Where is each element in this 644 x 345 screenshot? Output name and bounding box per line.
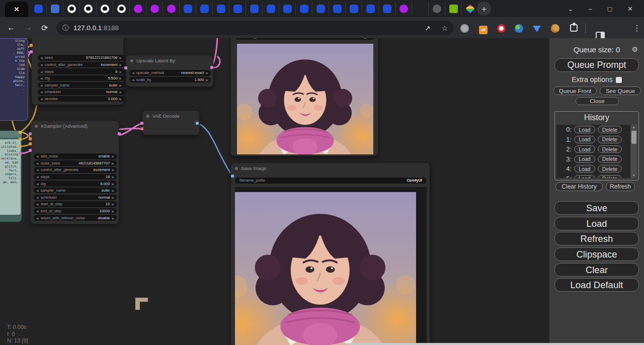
node-widget[interactable]: ◀ cfg 5.500 ▶ xyxy=(38,75,124,81)
collapse-dot-icon[interactable] xyxy=(235,167,238,170)
increment-arrow-icon[interactable]: ▶ xyxy=(112,175,114,179)
decrement-arrow-icon[interactable]: ◀ xyxy=(36,154,39,158)
reload-icon[interactable]: ⟳ xyxy=(41,23,48,33)
share-icon[interactable]: ↗ xyxy=(425,24,431,32)
increment-arrow-icon[interactable]: ▶ xyxy=(206,78,208,81)
history-refresh-button[interactable]: Refresh xyxy=(606,182,635,191)
scroll-thumb[interactable] xyxy=(631,131,636,144)
history-load-button[interactable]: Load xyxy=(574,145,595,153)
node-widget[interactable]: ◀ steps 16 ▶ xyxy=(34,174,117,180)
increment-arrow-icon[interactable]: ▶ xyxy=(112,182,114,186)
output-slot[interactable] xyxy=(196,122,199,125)
browser-tab[interactable] xyxy=(47,2,63,15)
site-info-icon[interactable]: ⓘ xyxy=(62,24,69,33)
tab-search-chevron-icon[interactable]: ⌄ xyxy=(568,5,574,13)
node-widget[interactable]: ◀ control_after_generate increment ▶ xyxy=(38,62,124,68)
browser-tab[interactable] xyxy=(429,2,445,15)
node-widget[interactable]: filename_prefix ComfyUI xyxy=(235,38,375,40)
increment-arrow-icon[interactable]: ▶ xyxy=(119,97,122,101)
ksampler-advanced-node[interactable]: KSampler (Advanced) ◀ add_noise enable ▶… xyxy=(30,120,119,224)
decrement-arrow-icon[interactable]: ◀ xyxy=(36,161,39,165)
increment-arrow-icon[interactable]: ▶ xyxy=(112,196,114,199)
decrement-arrow-icon[interactable]: ◀ xyxy=(40,56,43,59)
browser-tab[interactable] xyxy=(445,2,462,15)
input-slot[interactable] xyxy=(124,66,127,69)
decrement-arrow-icon[interactable]: ◀ xyxy=(40,97,43,101)
increment-arrow-icon[interactable]: ▶ xyxy=(119,63,122,66)
browser-tab[interactable] xyxy=(30,2,47,15)
history-delete-button[interactable]: Delete xyxy=(598,136,622,143)
browser-tab[interactable] xyxy=(229,2,246,15)
node-widget[interactable]: ◀ scheduler normal ▶ xyxy=(34,195,117,201)
node-widget[interactable]: ◀ upscale_method nearest-exact ▶ xyxy=(129,70,211,76)
increment-arrow-icon[interactable]: ▶ xyxy=(112,202,114,206)
maximize-icon[interactable]: ▢ xyxy=(607,6,612,12)
extension-cookie-icon[interactable] xyxy=(551,24,559,33)
increment-arrow-icon[interactable]: ▶ xyxy=(119,56,122,59)
address-bar[interactable]: ⓘ 127.0.0.1:8188 ↗ ☆ xyxy=(56,21,454,35)
extension-opera-icon[interactable] xyxy=(497,24,506,33)
node-widget[interactable]: ◀ end_at_step 10000 ▶ xyxy=(34,208,117,214)
output-slot[interactable] xyxy=(19,138,22,141)
output-slot[interactable] xyxy=(118,132,121,135)
node-widget[interactable]: ◀ sampler_name euler ▶ xyxy=(34,188,117,194)
browser-tab[interactable] xyxy=(130,2,146,15)
negative-prompt-node[interactable]: e(0.5],utilated,liebs,, missing, necklac… xyxy=(0,130,22,222)
extra-options-checkbox[interactable] xyxy=(616,77,622,83)
browser-tab[interactable] xyxy=(395,2,412,15)
close-icon[interactable]: ✕ xyxy=(627,5,633,13)
queue-prompt-button[interactable]: Queue Prompt xyxy=(554,58,639,72)
browser-tab[interactable] xyxy=(180,2,196,15)
decrement-arrow-icon[interactable]: ◀ xyxy=(40,90,43,94)
increment-arrow-icon[interactable]: ▶ xyxy=(112,154,114,158)
decrement-arrow-icon[interactable]: ◀ xyxy=(36,202,39,206)
increment-arrow-icon[interactable]: ▶ xyxy=(112,189,114,192)
increment-arrow-icon[interactable]: ▶ xyxy=(119,83,122,87)
input-slot[interactable] xyxy=(29,142,32,145)
tab-close-icon[interactable]: ✕ xyxy=(14,6,20,13)
node-widget[interactable]: ◀ return_with_leftover_noise disable ▶ xyxy=(34,215,117,221)
node-widget[interactable]: ◀ cfg 8.000 ▶ xyxy=(34,181,117,187)
input-slot[interactable] xyxy=(231,175,234,178)
new-tab-button[interactable]: ＋ xyxy=(477,2,491,16)
menu-action-button[interactable]: Save xyxy=(554,201,639,215)
upscale-latent-node[interactable]: Upscale Latent By ◀ upscale_method neare… xyxy=(126,55,213,87)
browser-tab[interactable] xyxy=(80,2,97,15)
node-widget[interactable]: ◀ control_after_generate increment ▶ xyxy=(34,167,117,173)
history-delete-button[interactable]: Delete xyxy=(598,155,622,163)
node-widget[interactable]: ◀ add_noise enable ▶ xyxy=(34,153,117,159)
back-icon[interactable]: ← xyxy=(7,23,15,32)
menu-action-button[interactable]: Clear xyxy=(554,263,639,277)
output-slot[interactable] xyxy=(19,145,22,148)
increment-arrow-icon[interactable]: ▶ xyxy=(112,161,114,165)
collapse-dot-icon[interactable] xyxy=(146,115,149,118)
browser-tab[interactable] xyxy=(163,2,180,15)
decrement-arrow-icon[interactable]: ◀ xyxy=(40,76,43,80)
browser-tab[interactable] xyxy=(196,2,213,15)
forward-icon[interactable]: → xyxy=(24,23,32,32)
browser-tab[interactable] xyxy=(279,2,296,15)
save-image-node-top[interactable]: filename_prefix ComfyUI xyxy=(230,38,378,156)
decrement-arrow-icon[interactable]: ◀ xyxy=(36,216,39,220)
increment-arrow-icon[interactable]: ▶ xyxy=(119,70,122,73)
minimize-icon[interactable]: – xyxy=(588,5,592,13)
queue-front-button[interactable]: Queue Front xyxy=(553,87,597,95)
node-widget[interactable]: ◀ seed 578122121881706 ▶ xyxy=(38,55,124,61)
extensions-puzzle-icon[interactable] xyxy=(570,24,578,32)
node-graph-canvas[interactable]: ilingile,soft, RAW,urredh theledsideileh… xyxy=(0,38,549,345)
settings-gear-icon[interactable]: ⚙ xyxy=(631,45,638,53)
scroll-up-icon[interactable]: ▲ xyxy=(630,125,637,130)
node-widget[interactable]: ◀ sampler_name euler ▶ xyxy=(38,82,124,88)
browser-tab[interactable] xyxy=(213,2,229,15)
browser-tab[interactable] xyxy=(312,2,329,15)
clear-history-button[interactable]: Clear History xyxy=(555,182,603,191)
increment-arrow-icon[interactable]: ▶ xyxy=(112,216,114,220)
decrement-arrow-icon[interactable]: ◀ xyxy=(132,78,134,81)
input-slot[interactable] xyxy=(29,137,32,140)
browser-tab[interactable] xyxy=(296,2,312,15)
browser-tab[interactable] xyxy=(462,2,478,15)
increment-arrow-icon[interactable]: ▶ xyxy=(112,168,114,171)
browser-tab[interactable] xyxy=(113,2,130,15)
history-load-button[interactable]: Load xyxy=(574,175,595,178)
output-slot[interactable] xyxy=(210,66,213,69)
